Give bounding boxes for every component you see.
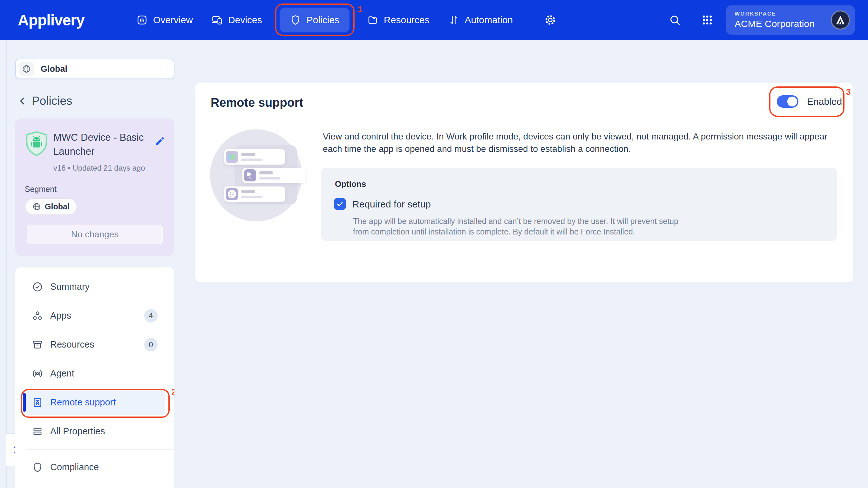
grid-icon (701, 14, 714, 26)
resources-count-badge: 0 (144, 338, 158, 352)
edit-policy-button[interactable] (155, 136, 165, 158)
sidebar-item-label: Remote support (50, 397, 116, 407)
nav-label: Automation (465, 14, 513, 25)
nav-policies[interactable]: Policies (280, 8, 349, 32)
nav-label: Policies (307, 14, 339, 25)
options-box: Options Required for setup The app will … (321, 168, 837, 241)
nav-label: Overview (153, 14, 193, 25)
nav-label: Resources (384, 14, 429, 25)
resources-box-icon (32, 339, 43, 350)
annotation-number-3: 3 (846, 87, 850, 97)
nav-overview[interactable]: Overview (127, 14, 202, 26)
nav-devices[interactable]: Devices (202, 14, 271, 26)
settings-button[interactable] (535, 14, 566, 26)
options-heading: Options (335, 179, 366, 189)
placeholder-bars (259, 171, 280, 180)
sidebar-item-agent[interactable]: Agent (15, 359, 175, 388)
workspace-text: WORKSPACE ACME Corporation (735, 11, 815, 29)
segment-pill-global[interactable]: Global (25, 198, 77, 215)
sidebar-item-label: Compliance (50, 462, 99, 472)
chevron-left-icon (18, 96, 27, 106)
sidebar-item-compliance[interactable]: Compliance (15, 453, 175, 482)
workspace-name: ACME Corporation (735, 19, 815, 29)
collapsed-panel-edge (6, 40, 7, 488)
sidebar-item-label: Resources (50, 339, 94, 350)
nav-label: Devices (228, 14, 262, 25)
sidebar-item-remote-support[interactable]: Remote support (15, 388, 175, 417)
apps-count-badge: 4 (144, 309, 158, 323)
sidebar-item-all-properties[interactable]: All Properties (15, 417, 175, 446)
compliance-shield-icon (32, 462, 43, 473)
top-navbar: Applivery Overview Devices Policies 1 (0, 0, 868, 40)
sidebar-item-label: Agent (50, 368, 74, 379)
scope-label: Global (41, 64, 67, 74)
devices-icon (211, 14, 223, 26)
remote-support-toggle[interactable] (777, 95, 799, 108)
search-icon (669, 14, 681, 26)
no-changes-button[interactable]: No changes (27, 224, 163, 244)
remote-support-badge-icon (32, 397, 43, 408)
nav-automation[interactable]: Automation (439, 14, 522, 26)
sidebar-item-label: Apps (50, 310, 71, 321)
sidebar-item-resources[interactable]: Resources 0 (15, 330, 175, 359)
policy-sections-panel: Summary Apps 4 Resources 0 Agent Remot (15, 267, 175, 488)
policy-card: MWC Device - Basic Launcher v16 • Update… (15, 119, 175, 256)
back-to-policies[interactable]: Policies (18, 94, 175, 108)
toggle-knob (787, 97, 797, 106)
gear-icon (544, 14, 557, 26)
policy-card-header: MWC Device - Basic Launcher (25, 130, 165, 158)
main-nav: Overview Devices Policies 1 Resources (127, 8, 566, 32)
notification-card (224, 186, 285, 202)
apps-icon (32, 310, 43, 322)
policies-shield-icon (290, 14, 301, 26)
nav-resources[interactable]: Resources (358, 14, 438, 26)
workspace-label: WORKSPACE (735, 11, 815, 17)
summary-check-icon (32, 281, 43, 293)
policy-title: MWC Device - Basic Launcher (53, 130, 148, 158)
search-button[interactable] (669, 14, 681, 26)
check-icon (336, 200, 344, 208)
workspace-avatar[interactable] (831, 10, 850, 30)
required-for-setup-checkbox[interactable] (334, 198, 346, 210)
annotation-number-1: 1 (358, 4, 362, 14)
placeholder-bars (241, 153, 262, 161)
all-properties-icon (32, 426, 43, 437)
resources-folder-icon (367, 14, 378, 26)
checkbox-label[interactable]: Required for setup (352, 199, 431, 210)
sidebar: Global Policies MWC Device - Basic Launc… (15, 59, 175, 488)
sidebar-item-apps[interactable]: Apps 4 (15, 301, 175, 330)
map-app-icon (226, 151, 238, 163)
policy-meta: v16 • Updated 21 days ago (53, 163, 165, 173)
notification-card (242, 168, 305, 183)
remote-support-panel: Remote support Enabled 3 (195, 83, 853, 282)
sidebar-item-summary[interactable]: Summary (15, 272, 175, 301)
annotation-number-2: 2 (172, 387, 175, 397)
remote-support-illustration (210, 129, 302, 221)
globe-icon (32, 203, 41, 211)
scope-selector-global[interactable]: Global (15, 59, 175, 79)
overview-icon (136, 14, 148, 26)
toggle-label: Enabled (807, 96, 842, 107)
sidebar-divider (26, 449, 175, 450)
nav-policies-wrap: Policies 1 (280, 8, 349, 32)
workspace-selector[interactable]: WORKSPACE ACME Corporation (726, 5, 855, 35)
sidebar-item-label: Summary (50, 281, 90, 292)
sidebar-item-label: All Properties (50, 426, 105, 436)
applivery-mark-icon (835, 14, 846, 25)
header-right: WORKSPACE ACME Corporation (669, 5, 868, 35)
page-title: Remote support (211, 96, 303, 110)
satellite-app-icon (244, 169, 256, 181)
placeholder-bars (241, 190, 262, 198)
segment-value: Global (45, 202, 69, 211)
back-title: Policies (32, 94, 72, 108)
applivery-logo[interactable]: Applivery (18, 11, 113, 29)
automation-icon (448, 14, 459, 26)
enabled-toggle-row: Enabled (777, 95, 842, 108)
globe-iconbox (19, 62, 34, 76)
apps-grid-button[interactable] (701, 14, 714, 26)
notification-card (224, 149, 285, 164)
feature-description: View and control the device. In Work pro… (323, 130, 857, 155)
applivery-app: Applivery Overview Devices Policies 1 (0, 0, 868, 488)
active-item-indicator (23, 393, 26, 412)
segment-label: Segment (25, 185, 165, 194)
